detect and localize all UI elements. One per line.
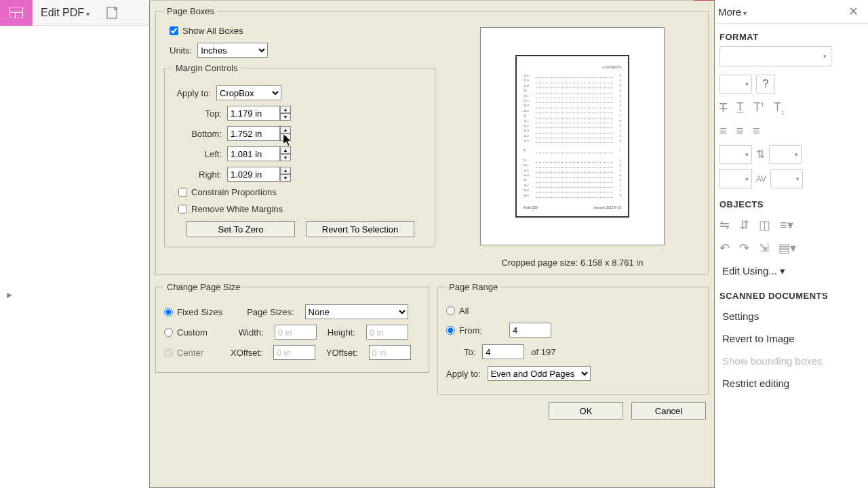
strikethrough-icon[interactable]: T̶ [719, 100, 727, 116]
flip-v-icon[interactable]: ⇵ [739, 218, 749, 232]
align-icon[interactable]: ▤▾ [778, 241, 796, 256]
restrict-editing-link[interactable]: Restrict editing [713, 372, 868, 394]
page-preview: CONTENTS 12.53 12.65 12.86 139 13.11 13.… [480, 27, 665, 245]
flip-h-icon[interactable]: ⇋ [719, 218, 730, 232]
crop-layout-icon [9, 7, 23, 18]
bottom-input[interactable] [227, 126, 280, 141]
subscript-icon[interactable]: T1 [774, 100, 785, 116]
underline-icon[interactable]: T [736, 100, 744, 116]
char-spacing-icon[interactable]: AV [756, 174, 766, 184]
align-left-icon[interactable]: ≡ [719, 124, 727, 138]
left-label: Left: [173, 149, 222, 159]
top-spin-up[interactable]: ▲ [280, 106, 291, 113]
bottom-label: Bottom: [173, 129, 222, 139]
height-label: Height: [328, 327, 355, 338]
right-spin-up[interactable]: ▲ [280, 167, 291, 174]
pr-apply-to-select[interactable]: Even and Odd Pages [488, 366, 591, 381]
preview-caption: Cropped page size: 6.158 x 8.761 in [502, 258, 644, 268]
rotate-left-icon[interactable]: ↶ [719, 241, 730, 256]
show-bbox-link: Show bounding boxes [713, 350, 868, 372]
replace-icon[interactable]: ⇲ [759, 241, 769, 256]
right-spin-down[interactable]: ▼ [280, 174, 291, 182]
cancel-button[interactable]: Cancel [631, 402, 706, 420]
ok-button[interactable]: OK [549, 402, 623, 420]
font-size-dropdown[interactable] [719, 75, 752, 94]
superscript-icon[interactable]: T1 [753, 100, 764, 116]
help-button[interactable]: ? [756, 75, 775, 94]
change-size-legend: Change Page Size [164, 282, 243, 292]
right-label: Right: [173, 169, 222, 180]
dialog-titlebar: Set Page Boxes ✕ [150, 0, 714, 1]
line-spacing-dropdown[interactable] [769, 145, 802, 164]
to-input[interactable] [482, 344, 524, 359]
page-boxes-legend: Page Boxes [164, 6, 217, 16]
scanned-section-title: SCANNED DOCUMENTS [713, 283, 868, 305]
mouse-cursor-icon [283, 134, 294, 148]
show-all-boxes-checkbox[interactable]: Show All Boxes [170, 26, 435, 36]
dialog-close-button[interactable]: ✕ [694, 0, 714, 1]
page-range-fieldset: Page Range All From: To: of 197 Apply [437, 282, 709, 395]
from-radio[interactable]: From: [446, 325, 482, 336]
constrain-input[interactable] [178, 188, 187, 197]
left-spin-down[interactable]: ▼ [280, 154, 291, 161]
revert-to-selection-button[interactable]: Revert To Selection [306, 221, 414, 237]
top-input[interactable] [227, 106, 280, 121]
set-page-boxes-dialog: Set Page Boxes ✕ Page Boxes Show All Box… [149, 0, 715, 488]
preview-page-content: CONTENTS 12.53 12.65 12.86 139 13.11 13.… [515, 55, 629, 218]
objects-section-title: OBJECTS [713, 191, 868, 214]
xoffset-input [273, 345, 315, 360]
of-total-label: of 197 [531, 347, 555, 357]
fixed-sizes-radio[interactable]: Fixed Sizes [164, 307, 222, 317]
align-justify-icon[interactable]: ≡ [753, 124, 760, 138]
rotate-right-icon[interactable]: ↷ [739, 241, 749, 256]
tool-icon[interactable] [104, 5, 121, 21]
custom-radio[interactable]: Custom [164, 327, 208, 338]
units-select[interactable]: Inches [197, 43, 268, 58]
height-input [366, 325, 408, 340]
yoffset-input [369, 345, 411, 360]
edit-pdf-dropdown[interactable]: Edit PDF [33, 7, 98, 19]
apply-to-label: Apply to: [173, 88, 211, 98]
bottom-spin-up[interactable]: ▲ [280, 126, 291, 134]
arrange-icon[interactable]: ≡▾ [780, 218, 793, 232]
all-pages-radio[interactable]: All [446, 306, 469, 316]
font-dropdown[interactable] [719, 46, 831, 66]
from-input[interactable] [509, 323, 551, 338]
format-section-title: FORMAT [713, 24, 868, 46]
page-sizes-select[interactable]: None [305, 304, 408, 319]
crop-icon[interactable]: ◫ [759, 218, 770, 232]
yoffset-label: YOffset: [326, 348, 358, 358]
show-all-boxes-input[interactable] [170, 26, 178, 35]
page-boxes-fieldset: Page Boxes Show All Boxes Units: Inches [155, 6, 709, 275]
xoffset-label: XOffset: [231, 348, 262, 358]
remove-white-checkbox[interactable]: Remove White Margins [178, 204, 427, 214]
revert-image-link[interactable]: Revert to Image [713, 327, 868, 350]
char-spacing-dropdown[interactable] [770, 169, 803, 188]
page-range-legend: Page Range [446, 282, 500, 292]
settings-link[interactable]: Settings [713, 305, 868, 327]
left-panel-toggle[interactable]: ▸ [0, 285, 19, 304]
align-center-icon[interactable]: ≡ [736, 124, 744, 138]
list-style-dropdown[interactable] [719, 145, 752, 164]
edit-using-link[interactable]: Edit Using... ▾ [713, 260, 868, 283]
to-label: To: [464, 347, 475, 357]
top-spin-down[interactable]: ▼ [280, 113, 291, 121]
center-checkbox: Center [164, 348, 203, 358]
change-page-size-fieldset: Change Page Size Fixed Sizes Page Sizes:… [155, 282, 429, 373]
svg-rect-0 [9, 7, 22, 18]
remove-white-input[interactable] [178, 205, 187, 214]
top-label: Top: [173, 108, 222, 119]
crop-tool-button[interactable] [0, 0, 33, 26]
set-to-zero-button[interactable]: Set To Zero [186, 221, 295, 237]
constrain-checkbox[interactable]: Constrain Proportions [178, 187, 427, 197]
left-input[interactable] [227, 146, 280, 161]
units-label: Units: [170, 45, 192, 56]
more-dropdown[interactable]: More [718, 6, 747, 18]
pr-apply-to-label: Apply to: [446, 369, 481, 379]
line-spacing-icon[interactable]: ⇅ [756, 148, 765, 161]
apply-to-select[interactable]: CropBox [216, 85, 281, 100]
right-input[interactable] [227, 167, 280, 182]
margin-controls-legend: Margin Controls [173, 63, 241, 73]
close-panel-button[interactable]: ✕ [844, 3, 863, 20]
spacing-dropdown[interactable] [719, 169, 752, 188]
